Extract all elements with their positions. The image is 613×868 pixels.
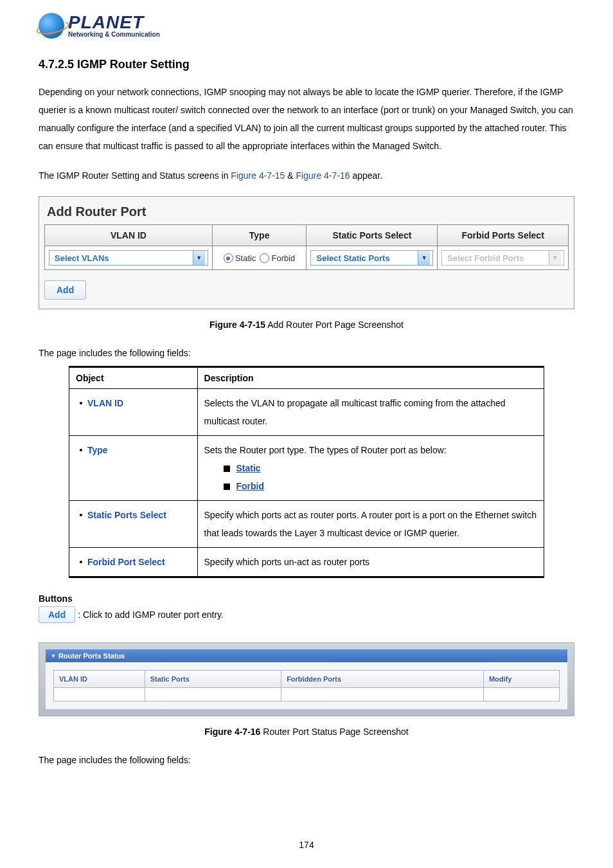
chevron-down-icon: ▼	[193, 251, 205, 265]
section-heading: 4.7.2.5 IGMP Router Setting	[39, 58, 574, 71]
th-description: Description	[197, 367, 544, 389]
add-button-desc: : Click to add IGMP router port entry.	[78, 610, 224, 620]
desc-cell: Selects the VLAN to propagate all multic…	[197, 389, 544, 436]
col-static-ports: Static Ports Select	[306, 225, 438, 246]
screenshot-router-ports-status: ▼ Router Ports Status VLAN ID Static Por…	[39, 642, 574, 716]
status-th-modify: Modify	[483, 671, 559, 688]
col-vlan-id: VLAN ID	[45, 225, 213, 246]
collapse-triangle-icon: ▼	[51, 653, 56, 659]
obj-cell: Type	[69, 436, 198, 501]
status-empty-cell	[483, 688, 559, 701]
page-number: 174	[0, 840, 613, 850]
chevron-down-icon: ▼	[418, 251, 430, 265]
panel-title: Add Router Port	[44, 202, 569, 224]
desc-cell: Specify which ports act as router ports.…	[197, 501, 544, 548]
static-ports-dropdown[interactable]: Select Static Ports ▼	[310, 250, 433, 266]
col-forbid-ports: Forbid Ports Select	[438, 225, 569, 246]
chevron-down-icon: ▼	[549, 251, 561, 265]
obj-cell: Static Ports Select	[69, 501, 198, 548]
figure-caption-1: Figure 4-7-15 Add Router Port Page Scree…	[39, 320, 574, 330]
status-table: VLAN ID Static Ports Forbidden Ports Mod…	[53, 670, 560, 701]
button-description-row: Add : Click to add IGMP router port entr…	[39, 606, 574, 623]
fields-intro-2: The page includes the following fields:	[39, 755, 574, 765]
radio-static[interactable]: Static	[224, 253, 256, 263]
add-button-sample[interactable]: Add	[39, 606, 75, 623]
figure-caption-2: Figure 4-7-16 Router Port Status Page Sc…	[39, 727, 574, 737]
logo-brand: PLANET	[68, 14, 160, 32]
status-empty-cell	[281, 688, 484, 701]
radio-dot-icon	[224, 253, 233, 263]
desc-cell: Specify which ports un-act as router por…	[197, 548, 544, 577]
type-radio-group: Static Forbid	[224, 253, 295, 263]
desc-cell: Sets the Router port type. The types of …	[197, 436, 544, 501]
status-panel-header[interactable]: ▼ Router Ports Status	[46, 649, 567, 662]
square-bullet-icon	[224, 466, 230, 472]
status-empty-cell	[145, 688, 281, 701]
figure-link-4-7-16[interactable]: Figure 4-7-16	[296, 170, 350, 181]
square-bullet-icon	[224, 484, 230, 490]
radio-dot-icon	[260, 253, 269, 263]
intro-paragraph: Depending on your network connections, I…	[39, 83, 574, 155]
fields-intro: The page includes the following fields:	[39, 348, 574, 358]
add-button[interactable]: Add	[44, 280, 86, 300]
col-type: Type	[212, 225, 306, 246]
radio-forbid[interactable]: Forbid	[260, 253, 295, 263]
intro-paragraph-2: The IGMP Router Setting and Status scree…	[39, 167, 574, 185]
status-th-forbidden: Forbidden Ports	[281, 671, 484, 688]
status-th-vlan: VLAN ID	[54, 671, 145, 688]
th-object: Object	[69, 367, 198, 389]
obj-cell: VLAN ID	[69, 389, 198, 436]
status-panel-title: Router Ports Status	[58, 652, 125, 660]
status-th-static: Static Ports	[145, 671, 281, 688]
vlan-dropdown[interactable]: Select VLANs ▼	[49, 250, 208, 266]
screenshot-add-router-port: Add Router Port VLAN ID Type Static Port…	[39, 196, 574, 309]
logo: PLANET Networking & Communication	[39, 13, 574, 39]
status-empty-cell	[54, 688, 145, 701]
logo-tagline: Networking & Communication	[68, 32, 160, 38]
fields-table: Object Description VLAN ID Selects the V…	[69, 366, 544, 578]
forbid-ports-dropdown[interactable]: Select Forbid Ports ▼	[441, 250, 564, 266]
buttons-heading: Buttons	[39, 593, 574, 604]
obj-cell: Forbid Port Select	[69, 548, 198, 577]
logo-globe-icon	[39, 13, 64, 39]
figure-link-4-7-15[interactable]: Figure 4-7-15	[231, 170, 285, 181]
